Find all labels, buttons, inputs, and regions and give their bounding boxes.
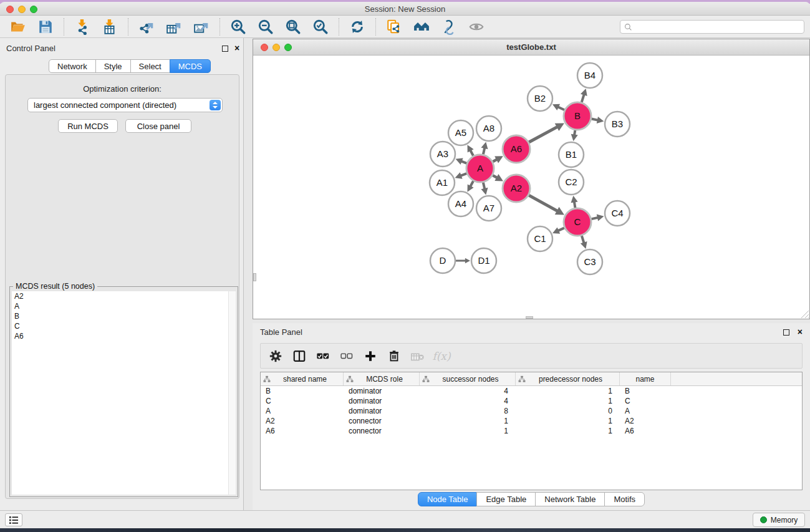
table-cell[interactable]: 1: [420, 416, 516, 426]
column-header-MCDS-role[interactable]: MCDS role: [344, 372, 420, 385]
table-cell[interactable]: 1: [516, 416, 620, 426]
memory-button[interactable]: Memory: [753, 513, 805, 527]
task-history-button[interactable]: [5, 513, 22, 526]
control-panel-tabs: NetworkStyleSelectMCDS: [49, 59, 211, 73]
clone-network-icon[interactable]: [383, 17, 405, 36]
canvas-splitter-left[interactable]: [253, 273, 256, 281]
table-cell[interactable]: 1: [516, 396, 620, 406]
tab-edge-table[interactable]: Edge Table: [476, 492, 536, 506]
export-network-icon[interactable]: [136, 17, 157, 36]
result-item[interactable]: C: [12, 321, 236, 331]
table-cell[interactable]: connector: [344, 426, 420, 436]
result-scrollbar[interactable]: [228, 291, 236, 495]
run-mcds-button[interactable]: Run MCDS: [58, 119, 118, 133]
column-header-shared-name[interactable]: shared name: [261, 372, 344, 385]
table-cell[interactable]: 1: [420, 426, 516, 436]
graph-edge[interactable]: [582, 94, 584, 102]
import-network-icon[interactable]: [72, 17, 93, 36]
table-cell[interactable]: dominator: [344, 406, 420, 416]
table-cell[interactable]: A: [261, 406, 344, 416]
result-item[interactable]: A: [12, 301, 236, 311]
table-cell[interactable]: 4: [420, 396, 516, 406]
float-panel-icon[interactable]: [222, 46, 228, 52]
graphics-details-icon[interactable]: [438, 17, 460, 36]
toolbar-separator: [64, 18, 64, 36]
column-header-name[interactable]: name: [620, 372, 671, 385]
table-row[interactable]: Cdominator41C: [261, 396, 802, 406]
table-cell[interactable]: A2: [261, 416, 344, 426]
table-row[interactable]: Bdominator41B: [261, 386, 802, 396]
settings-icon[interactable]: [266, 347, 285, 365]
tab-motifs[interactable]: Motifs: [604, 492, 645, 506]
result-item[interactable]: A6: [12, 331, 236, 341]
table-cell[interactable]: B: [620, 386, 671, 396]
tab-mcds[interactable]: MCDS: [170, 59, 211, 73]
table-cell[interactable]: C: [620, 396, 671, 406]
table-cell[interactable]: C: [261, 396, 344, 406]
import-table-icon[interactable]: [99, 17, 120, 36]
tab-style[interactable]: Style: [95, 59, 131, 73]
table-cell[interactable]: A6: [261, 426, 344, 436]
table-cell[interactable]: A: [620, 406, 671, 416]
table-row[interactable]: A6connector11A6: [261, 426, 802, 436]
graph-node-label: A1: [436, 177, 448, 188]
tab-select[interactable]: Select: [130, 59, 170, 73]
home-icon[interactable]: [411, 17, 432, 36]
table-cell[interactable]: 1: [516, 386, 620, 396]
table-float-panel-icon[interactable]: [783, 329, 789, 336]
graph-edge-arrowhead: [581, 89, 587, 96]
table-row[interactable]: A2connector11A2: [261, 416, 802, 426]
network-canvas[interactable]: B4B2BB3A8A5A6A3B1AA1C2A2A4A7C4CC1C3DD1: [253, 56, 809, 319]
export-table-icon[interactable]: [163, 17, 185, 36]
status-bar: Memory: [0, 510, 810, 528]
tab-network-table[interactable]: Network Table: [535, 492, 605, 506]
table-cell[interactable]: connector: [344, 416, 420, 426]
zoom-fit-icon[interactable]: [282, 17, 304, 36]
export-image-icon[interactable]: [191, 17, 212, 36]
birds-eye-icon[interactable]: [466, 17, 487, 36]
table-cell[interactable]: 1: [516, 426, 620, 436]
result-item[interactable]: A2: [12, 291, 236, 301]
criterion-value: largest connected component (directed): [34, 100, 176, 110]
mcds-result-list[interactable]: A2ABCA6: [12, 291, 236, 495]
table-cell[interactable]: B: [261, 386, 344, 396]
table-cell[interactable]: dominator: [344, 386, 420, 396]
criterion-select[interactable]: largest connected component (directed): [27, 98, 223, 112]
network-window-titlebar[interactable]: testGlobe.txt: [253, 39, 809, 56]
close-panel-icon[interactable]: ×: [234, 42, 239, 54]
graph-edge-arrowhead: [597, 215, 604, 221]
result-item[interactable]: B: [12, 311, 236, 321]
memory-status-icon: [760, 516, 767, 523]
canvas-splitter-bottom[interactable]: [526, 316, 533, 319]
zoom-out-icon[interactable]: [255, 17, 276, 36]
graph-edge[interactable]: [529, 195, 558, 211]
split-view-icon[interactable]: [290, 347, 309, 365]
table-cell[interactable]: 0: [516, 406, 620, 416]
graph-node-label: A3: [437, 148, 448, 159]
add-row-icon[interactable]: [361, 347, 380, 365]
table-cell[interactable]: A2: [620, 416, 671, 426]
app-titlebar: Session: New Session: [0, 2, 810, 16]
table-close-panel-icon[interactable]: ×: [798, 326, 803, 337]
save-session-icon[interactable]: [35, 17, 56, 36]
tab-node-table[interactable]: Node Table: [418, 492, 478, 506]
table-cell[interactable]: 8: [420, 406, 516, 416]
zoom-selected-icon[interactable]: [310, 17, 331, 36]
table-row[interactable]: Adominator80A: [261, 406, 802, 416]
zoom-in-icon[interactable]: [228, 17, 249, 36]
table-cell[interactable]: A6: [620, 426, 671, 436]
table-cell[interactable]: dominator: [344, 396, 420, 406]
column-header-predecessor-nodes[interactable]: predecessor nodes: [516, 372, 620, 385]
close-panel-button[interactable]: Close panel: [125, 119, 191, 133]
table-cell[interactable]: 4: [420, 386, 516, 396]
delete-row-icon[interactable]: [385, 347, 403, 365]
search-input[interactable]: [620, 20, 804, 34]
deselect-all-icon[interactable]: [337, 347, 356, 365]
open-session-icon[interactable]: [7, 17, 29, 36]
tab-network[interactable]: Network: [49, 59, 96, 73]
select-all-icon[interactable]: [314, 347, 332, 365]
refresh-icon[interactable]: [347, 17, 368, 36]
mcds-tab-content: Optimization criterion: largest connecte…: [5, 74, 239, 499]
graph-edge[interactable]: [529, 127, 558, 142]
column-header-successor-nodes[interactable]: successor nodes: [420, 372, 516, 385]
